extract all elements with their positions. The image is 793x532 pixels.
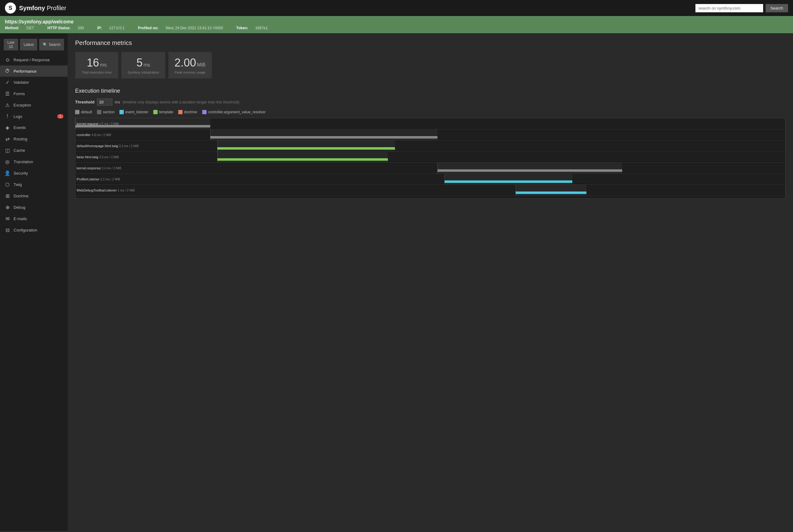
last10-button[interactable]: Last 10 bbox=[4, 39, 18, 51]
metrics-row: 16 ms Total execution time 5 ms Symfony … bbox=[75, 52, 786, 78]
sidebar-item-cache[interactable]: ◫ Cache bbox=[0, 145, 68, 156]
timeline-row-label: default/homepage.html.twig 3.3 ms / 2 Mi… bbox=[77, 144, 139, 148]
translation-icon: ◎ bbox=[4, 159, 11, 165]
routing-icon: ⇄ bbox=[4, 136, 11, 142]
sidebar-item-logs[interactable]: ! Logs 1 bbox=[0, 111, 68, 122]
peak-memory-value: 2.00 MiB bbox=[175, 56, 206, 69]
legend-event-listener-color bbox=[119, 110, 124, 114]
legend-template: template bbox=[153, 110, 173, 114]
sidebar-item-exception[interactable]: ⚠ Exception bbox=[0, 99, 68, 111]
configuration-icon: ⊟ bbox=[4, 227, 11, 233]
execution-time-value: 16 ms bbox=[81, 56, 112, 69]
symfony-search-button[interactable]: Search bbox=[766, 4, 788, 12]
content-area: Performance metrics 16 ms Total executio… bbox=[68, 33, 793, 531]
topbar-left: S Symfony Profiler bbox=[5, 2, 66, 14]
sidebar-item-validator[interactable]: ✓ Validator bbox=[0, 77, 68, 88]
legend-doctrine: doctrine bbox=[178, 110, 197, 114]
search-icon: 🔍 bbox=[43, 42, 47, 47]
validator-icon: ✓ bbox=[4, 79, 11, 85]
sidebar-item-security[interactable]: 👤 Security bbox=[0, 168, 68, 179]
timeline-row-label: ProfilerListener 2.1 ms / 2 MiB bbox=[77, 177, 120, 181]
timeline-row-label: WebDebugToolbarListener 1 ms / 2 MiB bbox=[77, 188, 135, 192]
timeline-area: kernel.request 1.5 ms / 2 MiBcontroller … bbox=[75, 118, 786, 198]
legend-template-color bbox=[153, 110, 158, 114]
topbar: S Symfony Profiler Search bbox=[0, 0, 793, 16]
timeline-row-label: controller 4.8 ms / 2 MiB bbox=[77, 133, 111, 137]
metric-symfony-init: 5 ms Symfony initialization bbox=[121, 52, 165, 78]
sidebar-buttons: Last 10 Latest 🔍 Search bbox=[0, 36, 68, 54]
timeline-row: ProfilerListener 2.1 ms / 2 MiB bbox=[75, 174, 785, 185]
logs-badge: 1 bbox=[57, 114, 63, 118]
sidebar-item-emails[interactable]: ✉ E-mails bbox=[0, 213, 68, 225]
sidebar-item-events[interactable]: ◈ Events bbox=[0, 122, 68, 133]
legend-default-color bbox=[75, 110, 79, 114]
token-label: Token: 1667e1 bbox=[236, 26, 274, 30]
profiled-url: https://symfony.app/welcome bbox=[5, 19, 788, 25]
execution-time-label: Total execution time bbox=[81, 71, 112, 74]
legend-default: default bbox=[75, 110, 92, 114]
main-layout: Last 10 Latest 🔍 Search ⊙ Request / Resp… bbox=[0, 33, 793, 531]
method-label: Method: GET bbox=[5, 26, 40, 30]
legend-controller-resolver-color bbox=[202, 110, 207, 114]
legend-section: section bbox=[97, 110, 115, 114]
timeline-bar bbox=[516, 191, 587, 194]
symfony-search-input[interactable] bbox=[695, 4, 763, 12]
emails-icon: ✉ bbox=[4, 216, 11, 222]
threshold-unit: ms bbox=[115, 100, 120, 104]
timeline-title: Execution timeline bbox=[75, 88, 786, 94]
performance-icon: ⏱ bbox=[4, 68, 11, 74]
twig-icon: ⬡ bbox=[4, 182, 11, 188]
timeline-bar bbox=[438, 169, 622, 172]
sidebar-item-routing[interactable]: ⇄ Routing bbox=[0, 133, 68, 145]
symfony-logo: S bbox=[5, 2, 16, 14]
legend-row: default section event_listener template … bbox=[75, 110, 786, 114]
timeline-bar bbox=[217, 158, 388, 161]
sidebar-item-doctrine[interactable]: ⊞ Doctrine bbox=[0, 190, 68, 202]
timeline-row: kernel.request 1.5 ms / 2 MiB bbox=[75, 118, 785, 129]
sidebar-item-twig[interactable]: ⬡ Twig bbox=[0, 179, 68, 190]
sidebar-item-performance[interactable]: ⏱ Performance bbox=[0, 65, 68, 77]
search-button[interactable]: 🔍 Search bbox=[39, 39, 64, 51]
sidebar-item-request-response[interactable]: ⊙ Request / Response bbox=[0, 54, 68, 65]
sidebar-item-configuration[interactable]: ⊟ Configuration bbox=[0, 225, 68, 236]
forms-icon: ☰ bbox=[4, 91, 11, 97]
performance-title: Performance metrics bbox=[75, 39, 786, 46]
topbar-title: Symfony Profiler bbox=[19, 5, 66, 12]
security-icon: 👤 bbox=[4, 170, 11, 176]
events-icon: ◈ bbox=[4, 125, 11, 131]
timeline-row: default/homepage.html.twig 3.3 ms / 2 Mi… bbox=[75, 140, 785, 151]
legend-event-listener: event_listener bbox=[119, 110, 148, 114]
timeline-bar bbox=[445, 180, 572, 183]
sidebar-item-forms[interactable]: ☰ Forms bbox=[0, 88, 68, 99]
threshold-input[interactable] bbox=[97, 98, 112, 106]
threshold-row: Threshold ms (timeline only displays eve… bbox=[75, 98, 786, 106]
exception-icon: ⚠ bbox=[4, 102, 11, 108]
sidebar-item-debug[interactable]: ⊕ Debug bbox=[0, 202, 68, 213]
timeline-bar bbox=[217, 147, 395, 150]
metric-peak-memory: 2.00 MiB Peak memory usage bbox=[168, 52, 212, 78]
doctrine-icon: ⊞ bbox=[4, 193, 11, 199]
timeline-row: base.html.twig 3.2 ms / 2 MiB bbox=[75, 151, 785, 163]
request-response-icon: ⊙ bbox=[4, 57, 11, 63]
sidebar: Last 10 Latest 🔍 Search ⊙ Request / Resp… bbox=[0, 33, 68, 531]
urlbar: https://symfony.app/welcome Method: GET … bbox=[0, 16, 793, 33]
timeline-row-label: kernel.request 1.5 ms / 2 MiB bbox=[77, 122, 119, 126]
threshold-note: (timeline only displays events with a du… bbox=[122, 100, 239, 104]
symfony-init-label: Symfony initialization bbox=[128, 71, 159, 74]
latest-button[interactable]: Latest bbox=[20, 39, 38, 51]
legend-controller-resolver: controller.argument_value_resolver bbox=[202, 110, 266, 114]
logs-icon: ! bbox=[4, 114, 11, 119]
legend-doctrine-color bbox=[178, 110, 182, 114]
ip-label: IP: 127.0.0.1 bbox=[97, 26, 131, 30]
timeline-row-label: kernel.response 3.4 ms / 2 MiB bbox=[77, 166, 121, 170]
timeline-row: controller 4.8 ms / 2 MiB bbox=[75, 129, 785, 140]
topbar-right: Search bbox=[695, 4, 788, 12]
timeline-bar bbox=[210, 136, 438, 138]
threshold-label: Threshold bbox=[75, 100, 95, 104]
symfony-init-value: 5 ms bbox=[128, 56, 159, 69]
urlbar-meta: Method: GET HTTP Status: 200 IP: 127.0.0… bbox=[5, 26, 788, 30]
profiled-on-label: Profiled on: Wed, 29 Dec 2021 13:41:10 +… bbox=[138, 26, 229, 30]
timeline-row-label: base.html.twig 3.2 ms / 2 MiB bbox=[77, 155, 119, 159]
cache-icon: ◫ bbox=[4, 148, 11, 153]
sidebar-item-translation[interactable]: ◎ Translation bbox=[0, 156, 68, 168]
